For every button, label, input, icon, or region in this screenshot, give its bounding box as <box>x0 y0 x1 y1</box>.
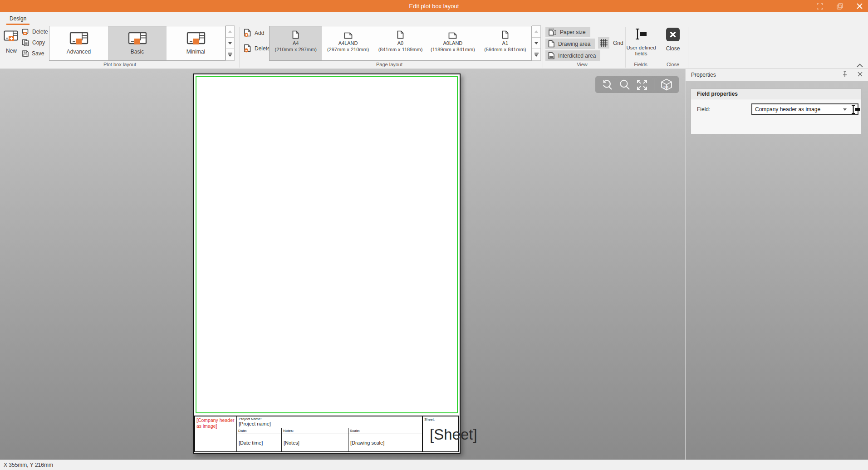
close-icon[interactable] <box>857 3 863 9</box>
company-header-field[interactable]: [Company header as image] <box>195 416 237 451</box>
edit-plot-box-layout-dialog: Edit plot box layout Design <box>0 0 868 470</box>
new-plotbox-icon <box>4 30 19 43</box>
paper-size: (297mm x 210mm) <box>327 46 369 53</box>
gallery-item-advanced[interactable]: Advanced <box>49 26 108 60</box>
gallery-scroll-down-button[interactable] <box>532 37 541 49</box>
toggle-interdicted-area[interactable]: Interdicted area <box>545 50 600 61</box>
field-label: Field: <box>697 106 710 113</box>
group-label-fields: Fields <box>634 62 647 67</box>
paper-item-a0[interactable]: A0 (841mm x 1189mm) <box>374 26 427 60</box>
zoom-previous-button[interactable] <box>601 78 613 91</box>
field-combobox[interactable]: Company header as image <box>751 103 858 115</box>
close-panel-icon[interactable] <box>858 72 863 78</box>
delete-button-label: Delete <box>32 29 48 35</box>
title-bar: Edit plot box layout <box>0 0 868 12</box>
gallery-item-basic[interactable]: Basic <box>108 26 167 60</box>
toggle-label: Paper size <box>560 29 586 35</box>
sheet-value: [Sheet] <box>430 426 477 443</box>
paper-name: A4 <box>293 40 299 46</box>
delete-page-icon <box>244 44 252 53</box>
group-separator <box>688 27 688 68</box>
page-landscape-icon <box>448 32 457 39</box>
dropdown-arrow-icon[interactable] <box>843 108 847 111</box>
window-title: Edit plot box layout <box>409 3 459 10</box>
delete-plotbox-button[interactable]: Delete <box>22 27 48 36</box>
copy-plotbox-icon <box>22 39 29 46</box>
paper-size: (594mm x 841mm) <box>484 46 526 53</box>
paper-item-a0land[interactable]: A0LAND (1189mm x 841mm) <box>427 26 479 60</box>
project-name-cell[interactable]: Project Name: [Project name] <box>237 416 422 428</box>
paper-name: A0 <box>397 40 403 46</box>
close-dialog-button[interactable]: Close <box>661 28 685 52</box>
field-combobox-value: Company header as image <box>755 106 820 113</box>
add-page-button[interactable]: Add <box>244 29 264 37</box>
arrow-up-icon <box>228 30 232 33</box>
collapse-ribbon-chevron[interactable] <box>857 61 863 69</box>
canvas-area[interactable]: [Company header as image] Project Name: … <box>0 69 868 460</box>
toggle-label: Interdicted area <box>558 53 596 59</box>
paper-item-a4land[interactable]: A4LAND (297mm x 210mm) <box>322 26 374 60</box>
page-portrait-icon <box>292 30 299 39</box>
group-label-view: View <box>577 62 588 67</box>
tab-design[interactable]: Design <box>6 14 29 25</box>
page-landscape-icon <box>344 32 353 39</box>
title-block[interactable]: [Company header as image] Project Name: … <box>194 416 459 452</box>
delete-button-label: Delete <box>255 45 270 52</box>
copy-plotbox-button[interactable]: Copy <box>22 38 48 47</box>
gallery-scroll-up-button[interactable] <box>226 25 235 38</box>
notes-label: Notes: <box>282 428 348 434</box>
scale-cell[interactable]: Scale: [Drawing scale] <box>348 428 422 451</box>
paper-item-a1[interactable]: A1 (594mm x 841mm) <box>479 26 531 60</box>
sheet-label: Sheet: <box>424 417 457 421</box>
group-label-close: Close <box>667 62 679 67</box>
zoom-button[interactable] <box>618 78 631 91</box>
gallery-more-button[interactable] <box>226 49 235 61</box>
scale-label: Scale: <box>348 428 422 434</box>
gallery-scroll-up-button[interactable] <box>532 25 541 38</box>
toggle-paper-size[interactable]: Paper size <box>545 27 590 37</box>
user-defined-fields-icon <box>634 28 648 40</box>
restore-icon[interactable] <box>837 3 843 10</box>
field-properties-caption: Field properties <box>691 89 861 99</box>
view-3d-icon: 3D <box>660 78 673 91</box>
gallery-item-label: Minimal <box>186 49 205 55</box>
save-icon <box>22 50 29 57</box>
user-defined-fields-label: User defined fields <box>626 45 656 57</box>
new-plotbox-button[interactable]: New <box>2 27 21 60</box>
save-plotbox-button[interactable]: Save <box>22 49 48 58</box>
group-separator <box>625 27 626 68</box>
toggle-grid[interactable]: Grid <box>598 37 623 49</box>
zoom-extents-button[interactable] <box>636 79 648 91</box>
gallery-item-label: Basic <box>131 49 144 55</box>
arrow-down-icon <box>535 54 538 57</box>
paper-sheet[interactable]: [Company header as image] Project Name: … <box>193 73 461 454</box>
properties-title: Properties <box>691 72 716 78</box>
group-label-page-layout: Page layout <box>376 62 402 67</box>
toolbar-separator <box>654 79 654 90</box>
plotbox-small-buttons: Delete Copy Save <box>22 27 48 60</box>
notes-value: [Notes] <box>282 434 348 451</box>
gallery-item-minimal[interactable]: Minimal <box>167 26 225 60</box>
gallery-more-button[interactable] <box>532 49 541 61</box>
close-icon <box>666 28 680 41</box>
grid-icon <box>598 37 609 49</box>
user-defined-fields-button[interactable]: User defined fields <box>626 28 656 57</box>
date-cell[interactable]: Date: [Date time] <box>237 428 282 451</box>
toggle-label: Grid <box>613 40 623 46</box>
delete-page-button[interactable]: Delete <box>244 44 270 53</box>
notes-cell[interactable]: Notes: [Notes] <box>282 428 348 451</box>
group-separator <box>659 27 659 68</box>
group-separator <box>239 27 240 68</box>
window-controls <box>817 0 863 12</box>
pin-icon[interactable] <box>842 71 848 79</box>
toggle-drawing-area[interactable]: Drawing area <box>545 39 595 49</box>
gallery-scroll-down-button[interactable] <box>226 37 235 49</box>
view-3d-button[interactable]: 3D <box>660 78 673 91</box>
layout-thumbnail-icon <box>128 32 147 45</box>
fullscreen-icon[interactable] <box>817 3 823 10</box>
page-portrait-icon <box>397 30 404 39</box>
paper-item-a4[interactable]: A4 (210mm x 297mm) <box>270 26 322 60</box>
arrow-down-icon <box>228 42 232 44</box>
sheet-cell[interactable]: Sheet: [Sheet] <box>422 416 458 451</box>
arrow-up-icon <box>535 30 538 33</box>
